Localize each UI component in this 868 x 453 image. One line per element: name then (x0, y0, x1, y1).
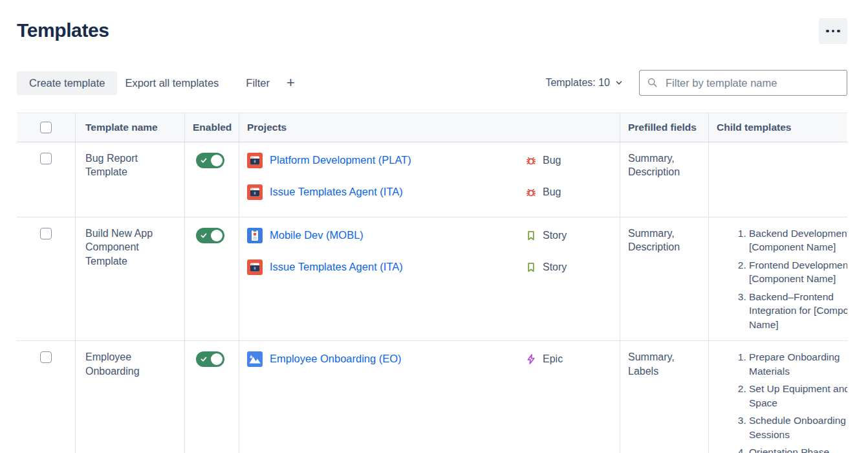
projects-cell: Mobile Dev (MOBL) Story Issue Templates … (239, 217, 620, 341)
child-template-item: Orientation Phase (749, 445, 847, 453)
project-link[interactable]: Mobile Dev (MOBL) (270, 228, 363, 243)
table-row: Employee Onboarding Employee Onboarding … (17, 341, 847, 453)
toggle-knob (211, 155, 222, 166)
check-icon (200, 232, 208, 239)
issue-type: Story (525, 260, 567, 274)
project-line: Employee Onboarding (EO) Epic (247, 351, 612, 367)
templates-count-label: Templates: 10 (545, 77, 610, 89)
more-icon (832, 30, 835, 33)
check-icon (200, 355, 208, 363)
add-filter-button[interactable]: + (281, 73, 300, 93)
projects-cell: Employee Onboarding (EO) Epic (239, 341, 620, 453)
toolbar-right-group: Templates: 10 (541, 70, 847, 96)
toolbar: Create template Export all templates Fil… (0, 70, 868, 96)
prefilled-fields: Summary, Labels (620, 341, 709, 453)
header-template-name: Template name (76, 113, 185, 142)
child-template-item: Schedule Onboarding Sessions (749, 414, 847, 441)
toggle-knob (211, 230, 222, 241)
search-box (639, 70, 847, 96)
more-actions-button[interactable] (819, 18, 847, 44)
template-name: Bug Report Template (76, 142, 185, 217)
template-name: Employee Onboarding (76, 341, 185, 453)
project-link[interactable]: Platform Development (PLAT) (270, 153, 411, 168)
page-title: Templates (17, 18, 109, 43)
project-link[interactable]: Issue Templates Agent (ITA) (270, 185, 403, 199)
mountains-icon (247, 351, 263, 367)
app-window-icon (247, 260, 263, 275)
check-icon (200, 157, 208, 164)
more-icon (826, 30, 829, 33)
row-checkbox[interactable] (40, 228, 52, 239)
header-projects: Projects (239, 113, 620, 142)
child-template-item: Frontend Development [Component Name] (749, 258, 847, 286)
project-line: Issue Templates Agent (ITA) Bug (247, 184, 612, 200)
row-checkbox[interactable] (40, 351, 52, 363)
issue-type-label: Bug (543, 185, 561, 199)
child-template-item: Backend Development [Component Name] (749, 226, 847, 254)
enabled-cell (185, 142, 239, 217)
child-templates-list: Backend Development [Component Name] Fro… (717, 226, 847, 332)
header-prefilled-fields: Prefilled fields (620, 113, 709, 142)
table-header-row: Template name Enabled Projects Prefilled… (17, 113, 847, 142)
row-checkbox-cell (17, 217, 76, 341)
templates-page: Templates Create template Export all tem… (0, 0, 868, 453)
enabled-toggle[interactable] (196, 351, 224, 367)
toggle-knob (211, 353, 222, 365)
row-checkbox[interactable] (40, 153, 52, 164)
issue-type-label: Epic (543, 352, 563, 366)
row-checkbox-cell (17, 142, 76, 217)
table-row: Build New App Component Template Mobile … (17, 217, 847, 342)
templates-table: Template name Enabled Projects Prefilled… (17, 113, 847, 453)
project-link[interactable]: Issue Templates Agent (ITA) (270, 260, 403, 274)
project-line: Issue Templates Agent (ITA) Story (247, 260, 612, 275)
table-row: Bug Report Template Platform Development… (17, 142, 847, 217)
prefilled-fields: Summary, Description (620, 142, 709, 217)
story-icon (525, 230, 537, 241)
enabled-cell (185, 217, 239, 341)
project-line: Platform Development (PLAT) Bug (247, 153, 612, 168)
bug-icon (525, 155, 537, 166)
search-icon (647, 77, 658, 88)
child-template-item: Set Up Equipment and Space (749, 382, 847, 410)
child-templates (709, 142, 847, 217)
project-link[interactable]: Employee Onboarding (EO) (270, 352, 402, 366)
bug-icon (525, 186, 537, 198)
prefilled-fields: Summary, Description (620, 217, 709, 341)
templates-count-dropdown[interactable]: Templates: 10 (541, 76, 627, 89)
issue-type: Epic (525, 352, 563, 366)
epic-icon (525, 353, 537, 365)
chevron-down-icon (614, 78, 624, 87)
story-icon (525, 261, 537, 273)
child-template-item: Prepare Onboarding Materials (749, 350, 847, 378)
enabled-toggle[interactable] (196, 228, 224, 243)
child-templates-list: Prepare Onboarding Materials Set Up Equi… (717, 350, 847, 453)
project-line: Mobile Dev (MOBL) Story (247, 228, 612, 243)
row-checkbox-cell (17, 341, 76, 453)
page-header: Templates (0, 0, 868, 44)
search-input[interactable] (639, 70, 847, 96)
header-checkbox-cell (17, 113, 76, 142)
create-template-button[interactable]: Create template (17, 71, 117, 95)
child-template-item: Backend–Frontend Integration for [Compon… (749, 290, 847, 332)
issue-type-label: Bug (543, 153, 561, 168)
issue-type: Bug (525, 185, 561, 199)
more-icon (837, 30, 840, 33)
header-child-templates: Child templates (709, 113, 847, 142)
select-all-checkbox[interactable] (40, 122, 52, 133)
issue-type-label: Story (543, 260, 567, 274)
issue-type-label: Story (543, 228, 567, 243)
filter-button[interactable]: Filter (238, 71, 277, 95)
header-enabled: Enabled (185, 113, 239, 142)
issue-type: Bug (525, 153, 561, 168)
projects-cell: Platform Development (PLAT) Bug Issue Te… (239, 142, 620, 217)
enabled-toggle[interactable] (196, 153, 224, 168)
app-window-icon (247, 184, 263, 200)
template-name: Build New App Component Template (76, 217, 185, 341)
export-all-templates-button[interactable]: Export all templates (117, 71, 226, 95)
app-window-icon (247, 153, 263, 168)
child-templates: Prepare Onboarding Materials Set Up Equi… (709, 341, 847, 453)
enabled-cell (185, 341, 239, 453)
issue-type: Story (525, 228, 567, 243)
mobile-phone-icon (247, 228, 263, 243)
child-templates: Backend Development [Component Name] Fro… (709, 217, 847, 341)
